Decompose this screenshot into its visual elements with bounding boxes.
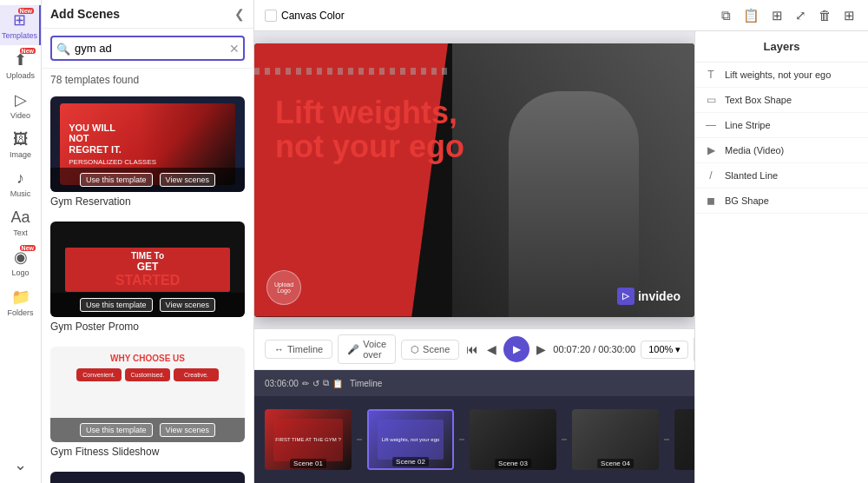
scene-thumb-02[interactable]: Lift weights, not your ego Scene 02	[367, 409, 454, 470]
bottom-area: ↔ Timeline 🎤 Voice over ⬡ Scene ⏮ ◀ ▶	[254, 328, 694, 483]
layer-item-textbox[interactable]: ▭ Text Box Shape	[695, 88, 868, 113]
preview-person-bg	[452, 43, 694, 317]
layer-item-text[interactable]: T Lift weights, not your ego	[695, 63, 868, 88]
resize-icon[interactable]: ⤢	[792, 5, 809, 26]
step-forward-button[interactable]: ▶	[535, 341, 548, 358]
time-total: 00:30:00	[598, 344, 635, 354]
panel-header: Add Scenes ❮	[42, 0, 253, 29]
scene-02-inner: Lift weights, not your ego	[378, 420, 444, 460]
layer-item-line-stripe[interactable]: — Line Stripe	[695, 113, 868, 138]
layer-slanted-label: Slanted Line	[725, 170, 778, 181]
wcu-card-text-creative: Creative.	[177, 372, 215, 378]
edit-icon[interactable]: ✏	[302, 379, 309, 388]
preview-upload-logo[interactable]: Upload Logo	[266, 270, 301, 305]
search-icon: 🔍	[56, 42, 70, 55]
use-template-gym-poster-button[interactable]: Use this template	[80, 298, 153, 312]
panel-collapse-button[interactable]: ❮	[234, 7, 245, 21]
clone-icon[interactable]: ⊞	[769, 5, 786, 26]
preview-upload-logo-label: Upload Logo	[267, 281, 300, 294]
layer-textbox-label: Text Box Shape	[725, 95, 792, 105]
sidebar-item-music[interactable]: ♪ Music	[0, 164, 41, 203]
scene-02-label: Scene 02	[392, 457, 429, 466]
scene-connector-2	[459, 439, 464, 440]
sidebar-label-logo: Logo	[11, 268, 29, 277]
sidebar-item-folders[interactable]: 📁 Folders	[0, 282, 41, 322]
layer-media-label: Media (Video)	[725, 145, 784, 155]
timeline-tab-timeline[interactable]: ↔ Timeline	[265, 340, 332, 359]
use-template-wcu-button[interactable]: Use this template	[80, 423, 153, 437]
view-scenes-wcu-button[interactable]: View scenes	[160, 423, 215, 437]
wcu-card-convenient: Convenient.	[76, 368, 122, 381]
tgs-text-started: STARTED	[72, 273, 223, 288]
scene-thumb-04[interactable]: Scene 04	[572, 409, 659, 470]
template-item-gym-poster: TIME To GET STARTED Use this template Vi…	[42, 216, 253, 341]
layer-bg-icon: ◼	[704, 195, 718, 207]
scene-connector-1	[357, 439, 362, 440]
wcu-card-text-convenient: Convenient.	[80, 372, 118, 378]
sidebar-item-logo[interactable]: New ◉ Logo	[0, 242, 41, 282]
preview-person-silhouette	[509, 91, 639, 317]
skip-back-button[interactable]: ⏮	[464, 341, 480, 358]
copy-scene-icon[interactable]: ⧉	[323, 378, 329, 388]
view-scenes-gym-poster-button[interactable]: View scenes	[160, 298, 215, 312]
sidebar-item-more[interactable]: ⌄	[0, 450, 41, 483]
gym-res-text2: NOT	[69, 133, 89, 143]
grid-icon[interactable]: ⊞	[841, 5, 858, 26]
delete-icon[interactable]: 🗑	[816, 5, 834, 25]
preview-card: Lift weights, not your ego Upload Logo ▷…	[254, 43, 694, 317]
step-back-button[interactable]: ◀	[485, 341, 498, 358]
template-item-why-choose-us: WHY CHOOSE US Convenient. Customised. Cr…	[42, 341, 253, 466]
layer-media-icon: ▶	[704, 144, 718, 156]
zoom-value: 100%	[648, 344, 673, 354]
layers-panel: Layers T Lift weights, not your ego ▭ Te…	[694, 31, 868, 483]
scenes-row: FIRST TIME AT THE GYM ? Scene 01 Lift we…	[254, 396, 694, 483]
sidebar-item-video[interactable]: ▷ Video	[0, 85, 41, 125]
search-clear-button[interactable]: ✕	[229, 42, 240, 56]
sidebar-item-templates[interactable]: New ⊞ Templates	[0, 5, 41, 45]
scene-thumb-01[interactable]: FIRST TIME AT THE GYM ? Scene 01	[265, 409, 352, 470]
scene-connector-4	[664, 439, 669, 440]
template-thumb-gym-fitness[interactable]: TRY NEW WAYS OF DOING EXERCISE BURN CALO…	[50, 472, 245, 483]
play-button[interactable]: ▶	[503, 336, 529, 362]
view-scenes-gym-res-button[interactable]: View scenes	[160, 173, 215, 187]
canvas-color-button[interactable]: Canvas Color	[265, 10, 345, 22]
template-item-gym-fitness: TRY NEW WAYS OF DOING EXERCISE BURN CALO…	[42, 466, 253, 483]
center-column: Lift weights, not your ego Upload Logo ▷…	[254, 31, 694, 483]
layer-item-media[interactable]: ▶ Media (Video)	[695, 138, 868, 163]
timeline-tab-icon: ↔	[274, 344, 284, 354]
template-thumb-gym-poster[interactable]: TIME To GET STARTED Use this template Vi…	[50, 222, 245, 317]
thumb-overlay-gym-poster: Use this template View scenes	[50, 293, 245, 317]
layer-item-slanted-line[interactable]: / Slanted Line	[695, 163, 868, 189]
refresh-icon[interactable]: ↺	[312, 379, 319, 388]
copy-icon[interactable]: ⧉	[719, 5, 733, 26]
sidebar-label-uploads: Uploads	[6, 71, 35, 80]
paste-scene-icon[interactable]: 📋	[332, 379, 343, 388]
scene-01-label: Scene 01	[290, 459, 326, 468]
search-input[interactable]	[50, 36, 245, 61]
search-bar-container: 🔍 ✕	[42, 29, 253, 69]
timeline-tab-voiceover[interactable]: 🎤 Voice over	[338, 334, 396, 364]
timeline-header-row: 03:06:00 ✏ ↺ ⧉ 📋 Timeline	[254, 370, 694, 396]
sidebar-label-image: Image	[10, 150, 31, 159]
template-label-gym-reservation: Gym Reservation	[50, 195, 245, 208]
zoom-percent-button[interactable]: 100% ▾	[641, 341, 688, 359]
sidebar-item-image[interactable]: 🖼 Image	[0, 125, 41, 164]
paste-icon[interactable]: 📋	[740, 5, 762, 26]
tgs-text-time: TIME To	[72, 251, 223, 261]
sidebar-item-uploads[interactable]: New ⬆ Uploads	[0, 45, 41, 85]
layer-item-bg-shape[interactable]: ◼ BG Shape	[695, 189, 868, 214]
sidebar-item-text[interactable]: Aa Text	[0, 203, 41, 242]
canvas-preview[interactable]: Lift weights, not your ego Upload Logo ▷…	[254, 31, 694, 328]
template-thumb-why-choose-us[interactable]: WHY CHOOSE US Convenient. Customised. Cr…	[50, 347, 245, 442]
text-icon: Aa	[10, 208, 30, 227]
timeline-tab-scene[interactable]: ⬡ Scene	[401, 340, 459, 360]
use-template-gym-res-button[interactable]: Use this template	[80, 173, 153, 187]
scene-thumb-05[interactable]: Scene 05	[674, 409, 694, 470]
scene-thumb-03[interactable]: Scene 03	[470, 409, 556, 470]
music-icon: ♪	[16, 169, 24, 188]
scene-01-text: FIRST TIME AT THE GYM ?	[273, 435, 342, 444]
template-thumb-gym-reservation[interactable]: YOU WILL NOT REGRET IT. PERSONALIZED CLA…	[50, 96, 245, 192]
layer-text-icon: T	[704, 69, 718, 81]
tgs-text-get: GET	[72, 261, 223, 273]
scene-connector-3	[562, 439, 567, 440]
